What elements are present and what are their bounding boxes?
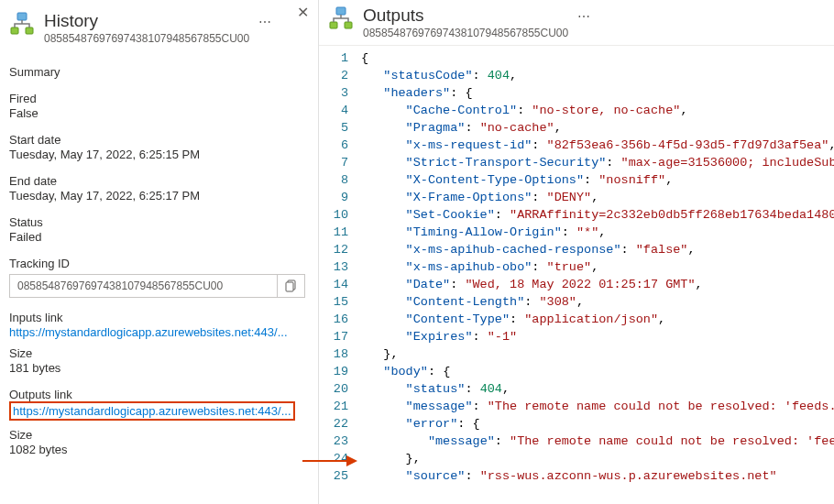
line-number: 16 — [319, 311, 348, 328]
code-line: "Cache-Control": "no-store, no-cache", — [361, 102, 834, 119]
start-date-label: Start date — [9, 133, 305, 147]
code-line: "x-ms-apihub-cached-response": "false", — [361, 241, 834, 258]
line-number: 24 — [319, 450, 348, 467]
code-line: "Content-Type": "application/json", — [361, 311, 834, 328]
line-number: 14 — [319, 276, 348, 293]
code-line: "statusCode": 404, — [361, 67, 834, 84]
code-line: "error": { — [361, 415, 834, 433]
logic-app-icon — [328, 5, 354, 31]
line-number: 7 — [319, 154, 348, 171]
code-line: "headers": { — [361, 84, 834, 102]
more-icon[interactable]: ⋯ — [258, 11, 272, 29]
inputs-size-label: Size — [9, 346, 305, 360]
outputs-panel: Outputs 08585487697697438107948567855CU0… — [319, 0, 834, 504]
line-number: 13 — [319, 258, 348, 276]
code-line: "x-ms-apihub-obo": "true", — [361, 258, 834, 276]
inputs-link[interactable]: https://mystandardlogicapp.azurewebsites… — [9, 325, 305, 339]
outputs-size-label: Size — [9, 428, 305, 442]
line-number: 8 — [319, 171, 348, 189]
code-line: "Date": "Wed, 18 May 2022 01:25:17 GMT", — [361, 276, 834, 293]
svg-rect-4 — [286, 282, 293, 291]
summary-section: Summary — [9, 65, 305, 79]
code-line: "Expires": "-1" — [361, 328, 834, 345]
code-line: "message": "The remote name could not be… — [361, 433, 834, 450]
line-number: 12 — [319, 241, 348, 258]
status-label: Status — [9, 215, 305, 229]
code-line: "Strict-Transport-Security": "max-age=31… — [361, 154, 834, 171]
outputs-link[interactable]: https://mystandardlogicapp.azurewebsites… — [13, 404, 291, 418]
line-number: 10 — [319, 206, 348, 224]
more-icon[interactable]: ⋯ — [577, 5, 591, 24]
code-line: "X-Content-Type-Options": "nosniff", — [361, 171, 834, 189]
fired-label: Fired — [9, 92, 305, 105]
inputs-size-value: 181 bytes — [9, 361, 305, 375]
code-line: "status": 404, — [361, 380, 834, 398]
history-panel: ✕ History 08585487697697438107948567855C… — [0, 0, 319, 504]
outputs-title: Outputs — [363, 5, 568, 26]
line-number: 18 — [319, 345, 348, 363]
line-number: 15 — [319, 293, 348, 311]
line-number: 20 — [319, 380, 348, 398]
line-number: 21 — [319, 398, 348, 415]
fired-value: False — [9, 106, 305, 120]
code-line: "Set-Cookie": "ARRAffinity=2c332eb0db5ff… — [361, 206, 834, 224]
logic-app-icon — [9, 11, 35, 37]
history-run-id: 08585487697697438107948567855CU00 — [44, 32, 249, 45]
tracking-id-box — [9, 274, 305, 298]
line-number: 25 — [319, 467, 348, 485]
outputs-run-id: 08585487697697438107948567855CU00 — [363, 27, 568, 39]
code-line: "Pragma": "no-cache", — [361, 119, 834, 137]
end-date-label: End date — [9, 174, 305, 188]
close-icon[interactable]: ✕ — [297, 5, 309, 20]
json-editor[interactable]: 1234567891011121314151617181920212223242… — [319, 45, 834, 504]
outputs-size-value: 1082 bytes — [9, 443, 305, 456]
outputs-link-highlight: https://mystandardlogicapp.azurewebsites… — [9, 401, 295, 421]
tracking-id-input[interactable] — [10, 275, 277, 297]
svg-rect-2 — [26, 27, 33, 34]
history-header: History 08585487697697438107948567855CU0… — [9, 5, 305, 52]
tracking-id-label: Tracking ID — [9, 257, 305, 270]
svg-rect-9 — [345, 22, 352, 28]
code-line: { — [361, 49, 834, 67]
line-number: 19 — [319, 363, 348, 380]
history-title: History — [44, 11, 249, 31]
line-number: 2 — [319, 67, 348, 84]
code-line: }, — [361, 450, 834, 467]
outputs-link-label: Outputs link — [9, 388, 305, 401]
line-number: 1 — [319, 49, 348, 67]
line-number: 23 — [319, 433, 348, 450]
svg-rect-0 — [17, 13, 27, 20]
line-number: 17 — [319, 328, 348, 345]
code-line: "X-Frame-Options": "DENY", — [361, 189, 834, 206]
line-number: 4 — [319, 102, 348, 119]
line-number: 3 — [319, 84, 348, 102]
inputs-link-label: Inputs link — [9, 311, 305, 324]
svg-rect-7 — [336, 7, 346, 15]
json-code[interactable]: { "statusCode": 404, "headers": { "Cache… — [357, 46, 834, 504]
svg-rect-8 — [330, 22, 337, 28]
svg-rect-1 — [11, 27, 18, 34]
code-line: "Timing-Allow-Origin": "*", — [361, 224, 834, 241]
start-date-value: Tuesday, May 17, 2022, 6:25:15 PM — [9, 148, 305, 161]
copy-button[interactable] — [277, 275, 304, 297]
status-value: Failed — [9, 230, 305, 244]
summary-label: Summary — [9, 65, 305, 79]
line-number: 22 — [319, 415, 348, 433]
code-line: }, — [361, 345, 834, 363]
line-number-gutter: 1234567891011121314151617181920212223242… — [319, 46, 357, 504]
line-number: 9 — [319, 189, 348, 206]
code-line: "source": "rss-wus.azconn-wus.p.azureweb… — [361, 467, 834, 485]
line-number: 6 — [319, 137, 348, 154]
code-line: "body": { — [361, 363, 834, 380]
code-line: "Content-Length": "308", — [361, 293, 834, 311]
line-number: 11 — [319, 224, 348, 241]
outputs-header: Outputs 08585487697697438107948567855CU0… — [319, 0, 834, 45]
code-line: "x-ms-request-id": "82f53ea6-356b-4f5d-9… — [361, 137, 834, 154]
code-line: "message": "The remote name could not be… — [361, 398, 834, 415]
line-number: 5 — [319, 119, 348, 137]
end-date-value: Tuesday, May 17, 2022, 6:25:17 PM — [9, 189, 305, 203]
